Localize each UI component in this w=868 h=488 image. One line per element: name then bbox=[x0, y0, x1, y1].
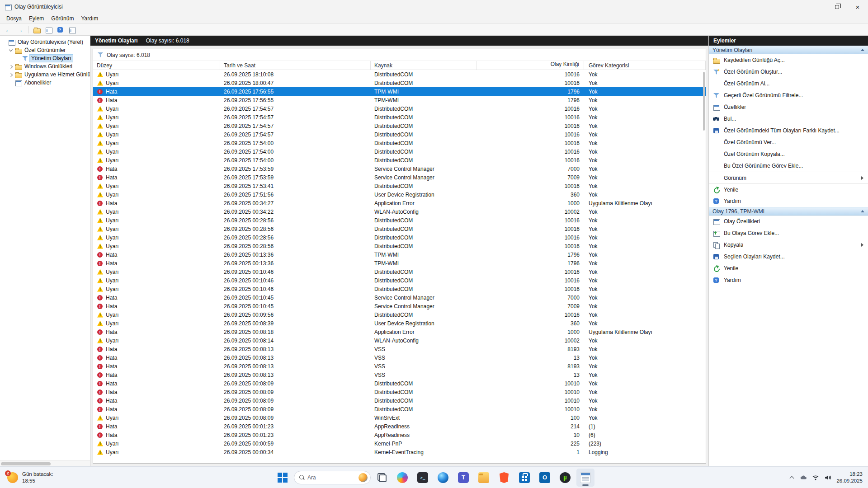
action-item[interactable]: Yenile bbox=[709, 263, 868, 274]
event-row[interactable]: Hata26.09.2025 17:53:59Service Control M… bbox=[93, 173, 706, 182]
wifi-icon[interactable] bbox=[812, 474, 819, 481]
action-item[interactable]: Özel Görünüm Oluştur... bbox=[709, 66, 868, 78]
weather-widget[interactable]: 2 Gün batacak: 18:55 bbox=[3, 469, 57, 487]
event-row[interactable]: Hata26.09.2025 17:56:55TPM-WMI1796Yok bbox=[93, 96, 706, 104]
tree-item[interactable]: Uygulama ve Hizmet Günlükleri bbox=[0, 70, 90, 79]
show-action-pane-button[interactable] bbox=[66, 25, 77, 35]
taskbar-app-outlook[interactable] bbox=[536, 469, 554, 487]
volume-icon[interactable] bbox=[824, 474, 831, 481]
tree-item[interactable]: Windows Günlükleri bbox=[0, 62, 90, 70]
event-row[interactable]: Hata26.09.2025 00:10:45Service Control M… bbox=[93, 302, 706, 310]
action-item[interactable]: Kaydedilen Günlüğü Aç... bbox=[709, 54, 868, 66]
event-row[interactable]: Uyarı26.09.2025 00:09:56DistributedCOM10… bbox=[93, 310, 706, 319]
menu-item[interactable]: Yardım bbox=[77, 14, 102, 23]
event-row[interactable]: Uyarı26.09.2025 00:28:56DistributedCOM10… bbox=[93, 216, 706, 225]
expander-icon[interactable] bbox=[9, 72, 14, 77]
event-row[interactable]: Hata26.09.2025 00:08:13VSS13Yok bbox=[93, 371, 706, 379]
action-item[interactable]: Bul... bbox=[709, 113, 868, 125]
event-row[interactable]: Hata26.09.2025 00:08:13VSS8193Yok bbox=[93, 362, 706, 371]
taskbar-app-event-viewer[interactable] bbox=[576, 469, 594, 487]
tree-item[interactable]: Yönetim Olayları bbox=[0, 54, 90, 62]
column-header[interactable]: Düzey bbox=[93, 61, 220, 70]
taskbar-app-copilot[interactable] bbox=[393, 469, 411, 487]
event-row[interactable]: Uyarı26.09.2025 17:51:56User Device Regi… bbox=[93, 190, 706, 199]
taskbar-app-file-explorer[interactable] bbox=[475, 469, 493, 487]
action-item[interactable]: Özel Görünüm Kopyala... bbox=[709, 148, 868, 160]
tree-item[interactable]: Olay Görüntüleyicisi (Yerel) bbox=[0, 38, 90, 46]
menu-item[interactable]: Dosya bbox=[3, 14, 25, 23]
action-item[interactable]: Yardım bbox=[709, 274, 868, 286]
event-row[interactable]: Hata26.09.2025 00:08:09DistributedCOM100… bbox=[93, 396, 706, 405]
clock[interactable]: 18:23 26.09.2025 bbox=[836, 471, 863, 484]
event-row[interactable]: Uyarı26.09.2025 00:00:34Kernel-EventTrac… bbox=[93, 448, 706, 456]
column-header[interactable]: Kaynak bbox=[371, 61, 476, 70]
scrollbar-thumb[interactable] bbox=[1, 462, 51, 465]
taskbar-app-teams[interactable] bbox=[454, 469, 472, 487]
event-row[interactable]: Uyarı26.09.2025 00:34:22WLAN-AutoConfig1… bbox=[93, 207, 706, 216]
action-item[interactable]: Özel Görünüm Al... bbox=[709, 78, 868, 89]
event-row[interactable]: Uyarı26.09.2025 17:54:00DistributedCOM10… bbox=[93, 139, 706, 147]
tree-horizontal-scrollbar[interactable] bbox=[0, 460, 90, 466]
close-button[interactable]: × bbox=[847, 0, 868, 14]
event-row[interactable]: Hata26.09.2025 00:08:13VSS13Yok bbox=[93, 353, 706, 362]
collapse-icon[interactable] bbox=[861, 49, 864, 51]
hidden-icons-chevron[interactable] bbox=[789, 475, 795, 480]
column-header[interactable]: Görev Kategorisi bbox=[584, 61, 706, 70]
action-item[interactable]: Geçerli Özel Görünümü Filtrele... bbox=[709, 89, 868, 101]
collapse-icon[interactable] bbox=[861, 210, 864, 212]
event-row[interactable]: Hata26.09.2025 00:34:27Application Error… bbox=[93, 199, 706, 207]
action-item[interactable]: Bu Özel Görünüme Görev Ekle... bbox=[709, 160, 868, 172]
event-row[interactable]: Uyarı26.09.2025 17:54:57DistributedCOM10… bbox=[93, 104, 706, 113]
event-row[interactable]: Hata26.09.2025 17:56:55TPM-WMI1796Yok bbox=[93, 87, 706, 96]
event-row[interactable]: Uyarı26.09.2025 00:10:46DistributedCOM10… bbox=[93, 285, 706, 293]
menu-item[interactable]: Görünüm bbox=[47, 14, 77, 23]
action-item[interactable]: Yardım bbox=[709, 195, 868, 207]
event-row[interactable]: Uyarı26.09.2025 00:10:46DistributedCOM10… bbox=[93, 276, 706, 285]
event-row[interactable]: Uyarı26.09.2025 18:10:08DistributedCOM10… bbox=[93, 70, 706, 79]
event-row[interactable]: Hata26.09.2025 00:13:36TPM-WMI1796Yok bbox=[93, 259, 706, 267]
taskbar-app-edge[interactable] bbox=[434, 469, 452, 487]
event-row[interactable]: Hata26.09.2025 00:08:13VSS8193Yok bbox=[93, 345, 706, 353]
event-row[interactable]: Uyarı26.09.2025 00:28:56DistributedCOM10… bbox=[93, 233, 706, 242]
event-row[interactable]: Hata26.09.2025 00:08:09DistributedCOM100… bbox=[93, 388, 706, 396]
taskbar-app-task-view[interactable] bbox=[373, 469, 391, 487]
event-row[interactable]: Uyarı26.09.2025 17:54:57DistributedCOM10… bbox=[93, 122, 706, 130]
event-row[interactable]: Uyarı26.09.2025 00:08:14WLAN-AutoConfig1… bbox=[93, 336, 706, 345]
event-row[interactable]: Uyarı26.09.2025 17:54:00DistributedCOM10… bbox=[93, 147, 706, 156]
event-row[interactable]: Uyarı26.09.2025 17:54:00DistributedCOM10… bbox=[93, 156, 706, 164]
taskbar-search[interactable] bbox=[294, 471, 371, 484]
action-item[interactable]: Yenile bbox=[709, 183, 868, 195]
event-row[interactable]: Uyarı26.09.2025 00:10:46DistributedCOM10… bbox=[93, 267, 706, 276]
taskbar-app-utorrent[interactable] bbox=[556, 469, 574, 487]
event-row[interactable]: Hata26.09.2025 00:08:18Application Error… bbox=[93, 328, 706, 336]
menu-item[interactable]: Eylem bbox=[25, 14, 47, 23]
taskbar-app-store[interactable] bbox=[515, 469, 533, 487]
event-row[interactable]: Hata26.09.2025 00:01:23AppReadiness10(6) bbox=[93, 431, 706, 439]
event-row[interactable]: Hata26.09.2025 00:01:23AppReadiness214(1… bbox=[93, 422, 706, 431]
tree-item[interactable]: Abonelikler bbox=[0, 79, 90, 87]
column-header[interactable]: Olay Kimliği bbox=[476, 61, 584, 70]
action-item[interactable]: Bu Olaya Görev Ekle... bbox=[709, 227, 868, 239]
search-input[interactable] bbox=[307, 474, 356, 481]
event-row[interactable]: Uyarı26.09.2025 00:00:59Kernel-PnP225(22… bbox=[93, 439, 706, 448]
expander-icon[interactable] bbox=[9, 64, 14, 69]
actions-section-header[interactable]: Yönetim Olayları bbox=[709, 46, 868, 54]
actions-section-header[interactable]: Olay 1796, TPM-WMI bbox=[709, 207, 868, 216]
action-item[interactable]: Özel Görünümü Ver... bbox=[709, 136, 868, 148]
event-row[interactable]: Uyarı26.09.2025 17:53:41DistributedCOM10… bbox=[93, 182, 706, 190]
column-header[interactable]: Tarih ve Saat bbox=[220, 61, 371, 70]
events-vertical-scrollbar[interactable] bbox=[703, 72, 705, 131]
onedrive-icon[interactable] bbox=[800, 474, 807, 481]
action-item[interactable]: Seçilen Olayları Kaydet... bbox=[709, 251, 868, 263]
event-row[interactable]: Uyarı26.09.2025 00:08:39User Device Regi… bbox=[93, 319, 706, 328]
taskbar-app-brave[interactable] bbox=[495, 469, 513, 487]
action-item[interactable]: Kopyala bbox=[709, 239, 868, 251]
show-console-tree-button[interactable] bbox=[43, 25, 54, 35]
event-row[interactable]: Uyarı26.09.2025 17:54:57DistributedCOM10… bbox=[93, 113, 706, 122]
event-row[interactable]: Uyarı26.09.2025 17:54:57DistributedCOM10… bbox=[93, 130, 706, 139]
action-item[interactable]: Olay Özellikleri bbox=[709, 216, 868, 227]
minimize-button[interactable] bbox=[806, 0, 826, 14]
open-saved-log-button[interactable] bbox=[31, 25, 42, 35]
event-row[interactable]: Uyarı26.09.2025 00:28:56DistributedCOM10… bbox=[93, 225, 706, 233]
action-item[interactable]: Görünüm bbox=[709, 172, 868, 183]
